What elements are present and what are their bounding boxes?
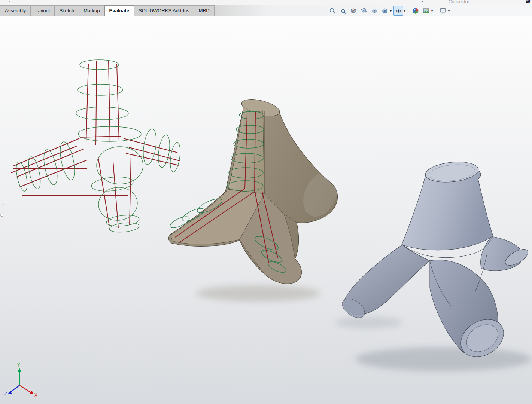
tab-mbd[interactable]: MBD xyxy=(194,5,215,16)
graphics-area[interactable]: Y X Z xyxy=(0,16,532,404)
appearance-ball-glyph xyxy=(412,7,419,14)
command-manager-tab-bar: Assembly Layout Sketch Markup Evaluate S… xyxy=(0,5,532,16)
tab-layout[interactable]: Layout xyxy=(30,5,55,16)
tab-solidworks-add-ins[interactable]: SOLIDWORKS Add-Ins xyxy=(134,5,194,16)
eye-glyph xyxy=(395,7,402,15)
hide-show-items-dropdown-icon[interactable]: ▾ xyxy=(404,9,405,13)
window-corner-text: W xyxy=(526,0,530,4)
annotation-planes-glyph xyxy=(361,7,367,14)
y-axis-label: Y xyxy=(17,362,20,368)
tab-markup[interactable]: Markup xyxy=(79,5,104,16)
monitor-glyph xyxy=(440,7,446,14)
view-orientation-icon[interactable] xyxy=(370,6,379,15)
toolbar-separator xyxy=(444,0,444,5)
zoom-to-area-icon[interactable] xyxy=(338,6,347,15)
view-settings-icon[interactable] xyxy=(438,6,447,15)
display-style-icon[interactable] xyxy=(380,6,389,15)
apply-scene-dropdown-icon[interactable]: ▾ xyxy=(431,9,433,13)
apply-scene-icon[interactable] xyxy=(422,6,431,15)
tab-evaluate[interactable]: Evaluate xyxy=(104,5,134,16)
dynamic-annotation-icon[interactable] xyxy=(359,6,368,15)
zoom-to-fit-icon[interactable] xyxy=(328,6,337,15)
toolbar-dropdown-icon[interactable]: ⌄ xyxy=(421,0,424,3)
solidworks-window: ⌄ ⌄ Connector W Assembly Layout Sketch M… xyxy=(0,0,532,404)
scene-photo-glyph xyxy=(423,7,429,14)
display-style-cube-glyph xyxy=(381,7,388,14)
magnifier-area-glyph xyxy=(340,7,346,14)
hide-show-items-icon[interactable] xyxy=(393,6,403,16)
heads-up-view-toolbar: ▾ ▾ ▾ ▾ xyxy=(328,6,450,16)
connector-label: Connector xyxy=(449,0,469,4)
view-settings-dropdown-icon[interactable]: ▾ xyxy=(448,9,450,13)
tab-sketch[interactable]: Sketch xyxy=(54,5,79,16)
display-style-dropdown-icon[interactable]: ▾ xyxy=(390,9,392,13)
toolbar-chevron-icon[interactable]: ⌄ xyxy=(8,0,11,3)
top-toolbar-strip: ⌄ ⌄ Connector W xyxy=(0,0,532,5)
magnifier-glyph xyxy=(329,7,336,14)
section-view-icon[interactable] xyxy=(349,6,358,15)
section-glyph xyxy=(350,7,357,14)
feature-panel-collapse-handle[interactable] xyxy=(0,204,4,226)
tab-assembly[interactable]: Assembly xyxy=(0,5,31,16)
orientation-box-glyph xyxy=(371,7,378,14)
edit-appearance-icon[interactable] xyxy=(411,6,420,15)
z-axis-label: Z xyxy=(4,391,7,396)
panel-handle-dot-icon xyxy=(0,214,3,217)
x-axis-label: X xyxy=(34,392,37,398)
